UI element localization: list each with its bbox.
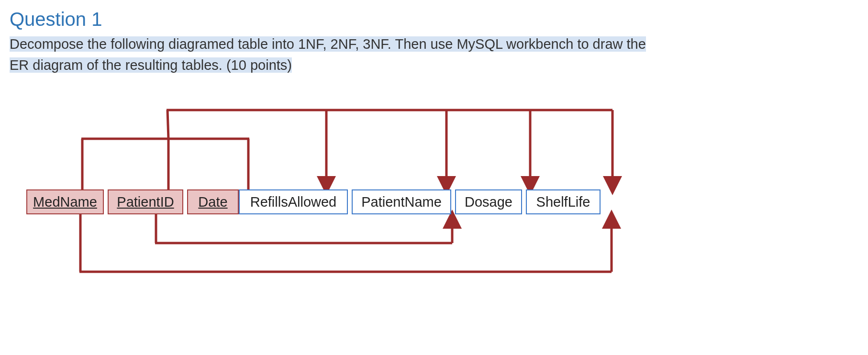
attribute-row: MedName PatientID Date RefillsAllowed Pa… bbox=[26, 189, 604, 214]
prompt-line-2: ER diagram of the resulting tables. (10 … bbox=[10, 57, 292, 73]
attr-patientname: PatientName bbox=[352, 189, 451, 214]
svg-line-4 bbox=[167, 110, 168, 139]
prompt-line-1: Decompose the following diagramed table … bbox=[10, 36, 646, 52]
dependency-arrows bbox=[0, 86, 868, 355]
attr-patientid: PatientID bbox=[108, 189, 183, 214]
attr-shelflife: ShelfLife bbox=[526, 189, 601, 214]
question-prompt: Decompose the following diagramed table … bbox=[0, 30, 868, 76]
question-heading: Question 1 bbox=[0, 0, 868, 30]
fd-diagram: MedName PatientID Date RefillsAllowed Pa… bbox=[0, 86, 868, 355]
attr-refillsallowed: RefillsAllowed bbox=[239, 189, 348, 214]
attr-dosage: Dosage bbox=[455, 189, 522, 214]
attr-medname: MedName bbox=[26, 189, 104, 214]
attr-date: Date bbox=[187, 189, 239, 214]
